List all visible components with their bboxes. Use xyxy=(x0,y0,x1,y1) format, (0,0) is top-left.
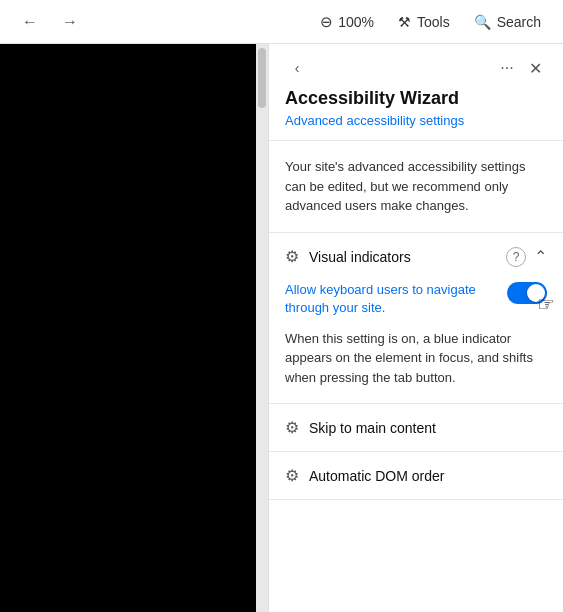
section-skip-to-main: ⚙ Skip to main content xyxy=(269,404,563,452)
panel-title: Accessibility Wizard xyxy=(285,88,547,109)
skip-to-main-title: Skip to main content xyxy=(309,420,436,436)
skip-to-main-gear-icon: ⚙ xyxy=(285,418,299,437)
back-button[interactable]: ← xyxy=(12,7,48,37)
section-automatic-dom: ⚙ Automatic DOM order xyxy=(269,452,563,500)
more-icon: ··· xyxy=(500,59,513,77)
panel-back-icon: ‹ xyxy=(295,60,300,76)
section-visual-indicators-header[interactable]: ⚙ Visual indicators ? ⌃ xyxy=(269,233,563,281)
tools-button[interactable]: ⚒ Tools xyxy=(388,8,460,36)
visual-indicators-gear-icon: ⚙ xyxy=(285,247,299,266)
info-text: Your site's advanced accessibility setti… xyxy=(285,157,547,216)
panel-subtitle[interactable]: Advanced accessibility settings xyxy=(285,113,547,128)
scrollbar-track[interactable] xyxy=(256,44,268,612)
panel-close-button[interactable]: ✕ xyxy=(523,56,547,80)
panel-nav: ‹ ··· ✕ xyxy=(285,56,547,80)
forward-icon: → xyxy=(62,13,78,31)
help-icon: ? xyxy=(513,250,520,264)
section-dom-header-left: ⚙ Automatic DOM order xyxy=(285,466,444,485)
toggle-track[interactable] xyxy=(507,282,547,304)
visual-indicators-collapse-button[interactable]: ⌃ xyxy=(534,247,547,266)
zoom-value: 100% xyxy=(338,14,374,30)
visual-indicators-help-button[interactable]: ? xyxy=(506,247,526,267)
forward-button[interactable]: → xyxy=(52,7,88,37)
canvas-area xyxy=(0,44,268,612)
main-area: ‹ ··· ✕ Accessibility Wizard Advanced ac… xyxy=(0,44,563,612)
zoom-icon: ⊖ xyxy=(320,13,333,31)
search-icon: 🔍 xyxy=(474,14,491,30)
scrollbar-thumb[interactable] xyxy=(258,48,266,108)
section-visual-indicators-body: Allow keyboard users to navigate through… xyxy=(269,281,563,404)
zoom-button[interactable]: ⊖ 100% xyxy=(310,7,384,37)
toolbar: ← → ⊖ 100% ⚒ Tools 🔍 Search xyxy=(0,0,563,44)
close-icon: ✕ xyxy=(529,59,542,78)
section-skip-to-main-header[interactable]: ⚙ Skip to main content xyxy=(269,404,563,451)
keyboard-nav-setting-row: Allow keyboard users to navigate through… xyxy=(285,281,547,317)
tools-icon: ⚒ xyxy=(398,14,411,30)
section-automatic-dom-header[interactable]: ⚙ Automatic DOM order xyxy=(269,452,563,499)
keyboard-nav-toggle[interactable]: ☞ xyxy=(507,282,547,304)
panel-content: Your site's advanced accessibility setti… xyxy=(269,141,563,612)
toggle-thumb xyxy=(527,284,545,302)
search-label: Search xyxy=(497,14,541,30)
section-header-left: ⚙ Visual indicators xyxy=(285,247,411,266)
panel-header: ‹ ··· ✕ Accessibility Wizard Advanced ac… xyxy=(269,44,563,141)
section-header-right: ? ⌃ xyxy=(506,247,547,267)
search-button[interactable]: 🔍 Search xyxy=(464,8,551,36)
automatic-dom-gear-icon: ⚙ xyxy=(285,466,299,485)
panel-nav-right: ··· ✕ xyxy=(495,56,547,80)
panel-more-button[interactable]: ··· xyxy=(495,56,519,80)
left-panel xyxy=(0,44,268,612)
tools-label: Tools xyxy=(417,14,450,30)
info-box: Your site's advanced accessibility setti… xyxy=(269,141,563,233)
accessibility-wizard-panel: ‹ ··· ✕ Accessibility Wizard Advanced ac… xyxy=(268,44,563,612)
visual-indicators-title: Visual indicators xyxy=(309,249,411,265)
panel-back-button[interactable]: ‹ xyxy=(285,56,309,80)
section-visual-indicators: ⚙ Visual indicators ? ⌃ Allow keyboard u… xyxy=(269,233,563,405)
keyboard-nav-description: When this setting is on, a blue indicato… xyxy=(285,329,547,388)
panel-nav-left: ‹ xyxy=(285,56,309,80)
automatic-dom-title: Automatic DOM order xyxy=(309,468,444,484)
section-skip-header-left: ⚙ Skip to main content xyxy=(285,418,436,437)
keyboard-nav-label: Allow keyboard users to navigate through… xyxy=(285,281,495,317)
back-icon: ← xyxy=(22,13,38,31)
